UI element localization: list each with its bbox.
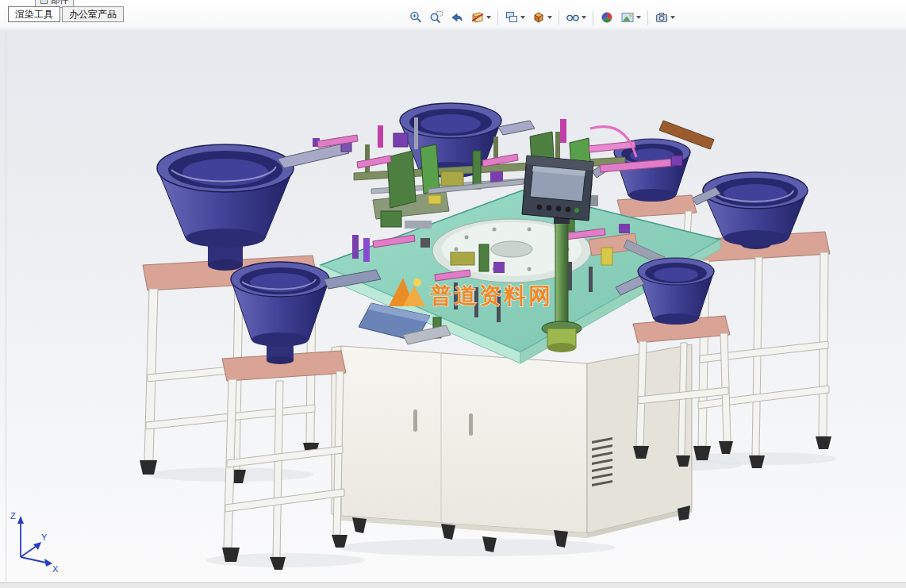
cabinet-door-handle[interactable] (469, 413, 473, 436)
partial-tab-label: 部件 (51, 0, 68, 6)
zoom-to-fit-button[interactable] (406, 8, 425, 27)
toolbar-separator (593, 10, 593, 25)
chevron-down-icon (547, 16, 552, 19)
zoom-to-area-button[interactable] (427, 8, 446, 27)
triad-z-label: Z (10, 511, 16, 521)
edit-appearance-icon (600, 10, 614, 25)
chevron-down-icon (486, 16, 491, 19)
viewport-edge-divider (6, 32, 6, 582)
previous-view-icon (450, 10, 464, 25)
command-manager-tabs: 渲染工具 办公室产品 (8, 6, 124, 22)
tab-office-products[interactable]: 办公室产品 (62, 6, 124, 22)
zoom-to-fit-icon (409, 10, 423, 25)
edit-appearance-button[interactable] (597, 8, 616, 27)
chevron-down-icon (636, 16, 641, 19)
triad-z-arrow-icon (17, 516, 24, 524)
feeder-stand-back-right[interactable] (693, 232, 831, 468)
status-bar (0, 582, 906, 588)
apply-scene-icon (620, 10, 635, 25)
previous-view-button[interactable] (447, 8, 466, 27)
partial-tab-icon (40, 0, 48, 4)
heads-up-view-toolbar (406, 8, 678, 27)
hide-show-items-icon (566, 10, 580, 25)
watermark-text: 普道资料网 (429, 283, 553, 308)
chevron-down-icon (670, 16, 675, 19)
view-settings-button[interactable] (652, 8, 678, 27)
toolbar-separator (559, 10, 559, 25)
view-orientation-button[interactable] (502, 8, 528, 27)
section-view-button[interactable] (468, 8, 493, 27)
chevron-down-icon (520, 16, 525, 19)
apply-scene-button[interactable] (618, 8, 643, 27)
tab-render-tools[interactable]: 渲染工具 (8, 6, 60, 22)
chevron-down-icon (582, 16, 586, 19)
display-style-button[interactable] (529, 8, 555, 27)
bowl-feeder-left[interactable] (157, 140, 351, 271)
triad-y-arrow-icon (33, 542, 41, 550)
orientation-triad: Z X Y (10, 511, 59, 574)
cabinet-door-handle[interactable] (413, 409, 417, 432)
application-window: 普道资料网 Z X Y 部件 渲染工具 办公室产品 (0, 0, 906, 588)
section-view-icon (470, 10, 485, 25)
view-settings-icon (655, 10, 669, 25)
triad-x-label: X (52, 564, 59, 574)
top-toolbar: 部件 渲染工具 办公室产品 (0, 0, 906, 32)
hide-show-items-button[interactable] (563, 8, 589, 27)
zoom-to-area-icon (429, 10, 443, 25)
toolbar-separator (647, 10, 648, 25)
display-style-icon (532, 10, 546, 25)
view-orientation-icon (505, 10, 519, 25)
toolbar-separator (497, 10, 498, 25)
triad-x-arrow-icon (44, 559, 52, 567)
graphics-viewport[interactable]: 普道资料网 Z X Y (0, 0, 906, 588)
triad-y-label: Y (41, 532, 48, 542)
